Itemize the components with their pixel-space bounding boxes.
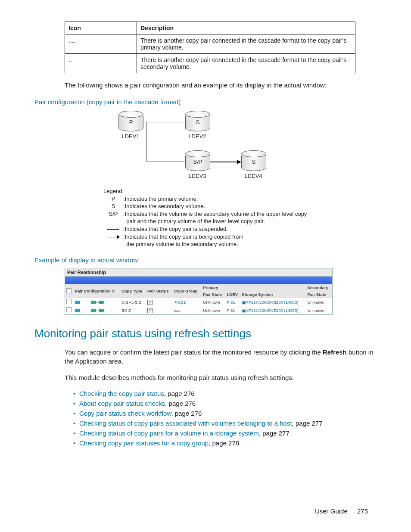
section-paragraph-1: You can acquire or confirm the latest pa… <box>65 348 377 366</box>
cylinder-ldev1: P <box>118 113 143 131</box>
list-item: Checking the copy pair status, page 276 <box>73 390 377 397</box>
vol-label: S <box>196 119 200 125</box>
page-ref: , page 278 <box>209 439 239 447</box>
cell-pair-state2: Unknown <box>306 298 332 306</box>
pair-icon <box>99 309 104 312</box>
th-pair-config: Pair Configuration ▽ <box>74 284 120 298</box>
page-footer: User Guide 275 <box>315 507 368 515</box>
cell-ldev[interactable]: F:61 <box>226 306 241 314</box>
pair-relationship-title: Pair Relationship <box>65 268 332 277</box>
pair-relationship-panel: Pair Relationship Pair Configuration ▽ C… <box>65 268 333 315</box>
th-checkbox <box>65 284 74 298</box>
footer-label: User Guide <box>315 507 348 515</box>
legend-text: pair and the primary volume of the lower… <box>126 218 311 225</box>
desc-cell: There is another copy pair connected in … <box>137 34 355 54</box>
list-item: Checking status of copy pairs associated… <box>73 420 377 427</box>
cell-pair-status: ? <box>146 306 173 314</box>
legend-text: Indicates that the copy pair is suspende… <box>125 225 310 233</box>
example-display-heading: Example of display in actual window <box>34 256 377 264</box>
cell-pair-state: Unknown <box>202 298 225 306</box>
link[interactable]: About copy pair status checks <box>79 400 165 407</box>
legend-arrow-icon <box>103 233 123 241</box>
icon-cell: .... <box>65 34 137 54</box>
th-secondary: Secondary <box>306 284 332 291</box>
cell-storage-system[interactable]: ▣XP12K/10K/SVS200 (14053) <box>240 298 306 306</box>
cell-copy-group[interactable]: ✦CG1 <box>173 298 202 306</box>
cell-ldev[interactable]: F:61 <box>226 298 241 306</box>
legend-key: S <box>103 202 123 210</box>
th-pair-status: Pair Status <box>146 284 173 298</box>
legend-text: Indicates that the copy pair is being co… <box>125 233 310 241</box>
link-list: Checking the copy pair status, page 276 … <box>73 390 377 447</box>
status-icon: ? <box>147 300 153 305</box>
th-icon: Icon <box>65 22 137 34</box>
list-item: Checking status of copy pairs for a volu… <box>73 429 377 437</box>
section-heading: Monitoring pair status using refresh set… <box>34 327 377 340</box>
row-pair-icons: – <box>90 306 121 314</box>
group-icon: ✦ <box>174 300 177 305</box>
ldev-label: LDEV2 <box>185 133 209 140</box>
pair-icon <box>91 301 96 304</box>
cell-pair-state: Unknown <box>202 306 225 314</box>
checkbox[interactable] <box>66 288 72 293</box>
list-item: Checking copy pair statuses for a copy g… <box>73 439 377 447</box>
page-ref: , page 276 <box>171 410 202 417</box>
arrowhead-icon <box>237 160 241 164</box>
th-pair-state2: Pair State <box>306 291 332 298</box>
vol-label: S <box>252 159 256 165</box>
legend-text: Indicates that the volume is the seconda… <box>125 210 310 218</box>
table-row[interactable]: – BC Z ? n/a Unknown F:61 ▣XP12K/10K/SVS… <box>65 306 332 314</box>
ldev-label: LDEV4 <box>241 173 265 179</box>
table-row[interactable]: – Cnt Ac-S Z ? ✦CG1 Unknown F:61 ▣XP12K/… <box>65 298 332 306</box>
th-pair-state: Pair State <box>202 291 225 298</box>
cell-copy-group: n/a <box>173 306 202 314</box>
link[interactable]: Checking status of copy pairs associated… <box>79 420 292 427</box>
connector-line <box>146 122 147 162</box>
storage-icon: ▣ <box>242 300 246 305</box>
link[interactable]: Copy pair status check workflow <box>79 410 171 417</box>
refresh-label: Refresh <box>323 348 347 356</box>
page-ref: , page 276 <box>165 400 196 407</box>
cylinder-ldev2: S <box>185 113 210 131</box>
legend-key: P <box>103 195 123 203</box>
legend-line-icon <box>103 225 123 233</box>
page-ref: , page 276 <box>164 390 195 397</box>
vol-label: P <box>129 119 133 125</box>
checkbox[interactable] <box>66 299 72 304</box>
legend-text: Indicates the primary volume. <box>125 195 310 203</box>
text: You can acquire or confirm the latest pa… <box>65 348 323 356</box>
th-storage-system: Storage System <box>240 291 306 298</box>
page-ref: , page 277 <box>292 420 323 427</box>
icon-description-table: Icon Description .... There is another c… <box>65 22 355 73</box>
checkbox[interactable] <box>66 307 72 312</box>
ldev-label: LDEV3 <box>185 173 209 179</box>
legend-text: the primary volume to the secondary volu… <box>126 240 311 248</box>
ldev-label: LDEV1 <box>118 133 143 140</box>
cell-copy-type: Cnt Ac-S Z <box>120 298 146 306</box>
connector-line <box>146 162 185 162</box>
cell-storage-system[interactable]: ▣XP12K/10K/SVS200 (14053) <box>240 306 306 314</box>
th-copy-group: Copy Group <box>173 284 202 298</box>
pair-config-heading: Pair configuration (copy pair in the cas… <box>34 98 377 106</box>
page-number: 275 <box>357 507 368 515</box>
cylinder-ldev4: S <box>241 153 266 171</box>
list-item: About copy pair status checks, page 276 <box>73 400 377 407</box>
link[interactable]: Checking copy pair statuses for a copy g… <box>79 439 209 447</box>
cell-copy-type: BC Z <box>120 306 146 314</box>
th-copy-type: Copy Type <box>120 284 146 298</box>
cell-pair-state2: Unknown <box>306 306 332 314</box>
legend-key: S/P <box>103 210 123 218</box>
volume-icon <box>75 301 80 304</box>
th-primary: Primary <box>202 284 306 291</box>
pair-relationship-table: Pair Configuration ▽ Copy Type Pair Stat… <box>65 284 332 314</box>
link[interactable]: Checking status of copy pairs for a volu… <box>79 429 259 437</box>
diagram-legend: Legend: P: Indicates the primary volume.… <box>103 187 311 248</box>
connector-arrow <box>210 162 237 162</box>
th-ldev: LDEV <box>226 291 241 298</box>
status-icon: ? <box>147 308 153 313</box>
icon-cell: .. <box>65 54 137 73</box>
pair-relationship-toolbar <box>65 277 332 284</box>
link[interactable]: Checking the copy pair status <box>79 390 164 397</box>
pair-icon <box>99 301 104 304</box>
volume-icon <box>75 309 80 312</box>
